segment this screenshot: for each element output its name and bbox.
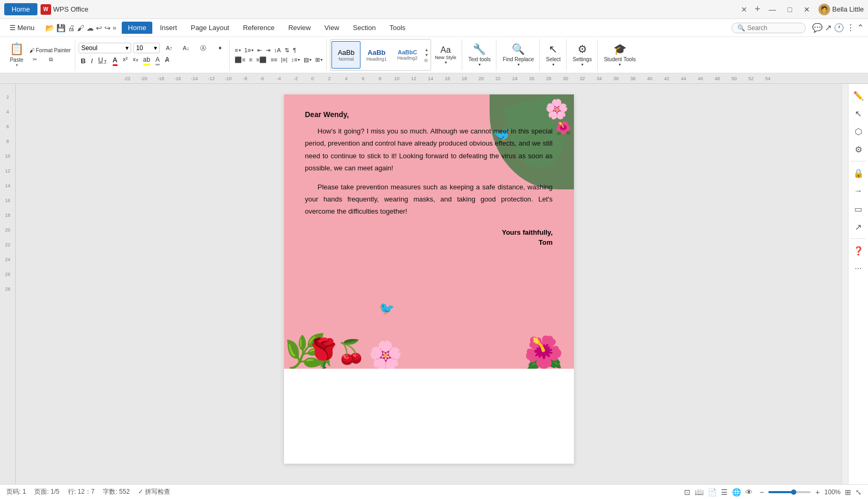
find-replace-button[interactable]: 🔍 Find Replace ▾ [500,40,537,70]
char-shading-button[interactable]: A̷ [163,55,171,67]
number-list-button[interactable]: 1≡▾ [243,46,256,54]
decrease-indent-button[interactable]: ⇤ [256,46,264,54]
bullet-list-button[interactable]: ≡▾ [233,46,242,54]
sidebar-more-icon[interactable]: ··· [851,261,866,276]
paint-icon[interactable]: 🖌 [77,24,84,32]
text-style-button[interactable]: ✦ [212,43,227,53]
undo-button[interactable]: ↩ [96,24,102,32]
increase-indent-button[interactable]: ⇥ [264,46,272,54]
bold-button[interactable]: B [79,55,87,67]
save-icon[interactable]: 💾 [56,24,65,32]
comment-icon[interactable]: 💬 [812,23,823,33]
highlight-button[interactable]: ab [141,55,152,67]
user-profile[interactable]: 🧑 Bella Little [818,4,864,15]
tab-reference[interactable]: Reference [237,22,281,34]
sidebar-lock-icon[interactable]: 🔒 [851,166,866,180]
grow-font-button[interactable]: A↑ [162,43,177,53]
more-options-icon[interactable]: ⋮ [846,23,855,33]
style-normal[interactable]: AaBb Normal [331,41,360,69]
print-icon[interactable]: 🖨 [67,24,75,32]
underline-button[interactable]: U▾ [96,55,109,67]
sidebar-frame-icon[interactable]: ▭ [851,201,866,216]
align-left-button[interactable]: ⬛≡ [233,56,247,64]
sidebar-select-icon[interactable]: ↖ [851,106,866,121]
layout-page-icon[interactable]: ⊡ [684,488,690,496]
tab-view[interactable]: View [318,22,346,34]
shading-button[interactable]: ▤▾ [302,56,313,64]
sidebar-shapes-icon[interactable]: ⬡ [851,124,866,139]
menu-button[interactable]: ☰ Menu [4,22,40,34]
content-area[interactable]: 🌸 🌺 🐦 Dear Wendy, How's it going? I miss… [16,84,842,484]
student-tools-arrow[interactable]: ▾ [619,62,621,67]
gallery-scroll-up[interactable]: ▲ [424,47,428,52]
font-color-button[interactable]: A [111,55,120,67]
tab-home[interactable]: Home [122,22,153,34]
more-button[interactable]: » [113,24,116,32]
window-minimize-button[interactable]: — [765,4,781,15]
borders-button[interactable]: ⊞▾ [314,56,324,64]
select-arrow[interactable]: ▾ [552,62,554,67]
fullscreen-button[interactable]: ⤡ [855,488,862,496]
settings-button[interactable]: ⚙ Settings ▾ [570,40,595,70]
home-tab-button[interactable]: Home [4,3,37,15]
shrink-font-button[interactable]: A↓ [179,43,193,53]
read-mode-icon[interactable]: 👁 [745,488,753,496]
vertical-scrollbar[interactable] [842,84,848,484]
letter-content[interactable]: Dear Wendy, How's it going? I miss you s… [305,110,553,246]
settings-arrow[interactable]: ▾ [581,62,583,67]
new-tab-button[interactable]: + [750,3,765,16]
gallery-scroll-down[interactable]: ▼ [424,53,428,57]
fit-page-button[interactable]: ⊞ [845,488,851,496]
style-heading2[interactable]: AaBbC Heading2 [393,41,423,69]
text-tools-arrow[interactable]: ▾ [479,62,481,67]
tab-section[interactable]: Section [347,22,382,34]
justify-button[interactable]: ≡≡ [269,56,279,63]
zoom-slider-thumb[interactable] [791,490,796,495]
clear-format-button[interactable]: Ⓐ [196,43,210,53]
spell-check-status[interactable]: ✓ 拼写检查 [138,487,170,496]
open-icon[interactable]: 📂 [45,24,54,32]
cut-button[interactable]: ✂ [27,55,42,64]
new-style-dropdown-arrow[interactable]: ▾ [445,60,447,65]
new-style-button[interactable]: Aa New Style ▾ [432,40,460,70]
redo-button[interactable]: ↪ [104,24,111,32]
history-icon[interactable]: 🕐 [834,23,844,33]
sidebar-export-icon[interactable]: ↗ [851,219,866,234]
subscript-button[interactable]: x₂ [131,55,140,67]
layout-outline-icon[interactable]: ☰ [721,488,728,496]
font-size-dropdown[interactable]: 10 ▾ [133,43,160,53]
show-para-button[interactable]: ¶ [291,46,298,54]
copy-button[interactable]: ⧉ [43,55,58,64]
paste-button[interactable]: 📋 Paste ▾ [6,40,27,70]
zoom-plus-button[interactable]: + [813,487,822,497]
italic-button[interactable]: I [89,55,95,67]
zoom-minus-button[interactable]: − [757,487,766,497]
font-name-dropdown[interactable]: Seoul ▾ [79,43,131,53]
gallery-expand[interactable]: ⊟ [424,58,428,63]
sort-button[interactable]: ↕A [272,46,282,54]
sidebar-pen-icon[interactable]: ✏️ [851,88,866,103]
collapse-ribbon-icon[interactable]: ⌃ [857,23,864,33]
tab-review[interactable]: Review [282,22,317,34]
format-painter-button[interactable]: 🖌 Format Painter [27,46,73,54]
zoom-slider[interactable] [768,491,811,493]
search-input[interactable] [747,24,800,32]
select-button[interactable]: ↖ Select ▾ [543,40,564,70]
line-spacing-button[interactable]: ↕≡▾ [289,56,301,63]
cloud-icon[interactable]: ☁ [86,24,94,32]
tab-close-button[interactable]: ✕ [738,4,750,15]
text-tools-button[interactable]: 🔧 Text tools ▾ [465,40,494,70]
sidebar-adjust-icon[interactable]: ⚙ [851,142,866,157]
sidebar-help-icon[interactable]: ❓ [851,243,866,258]
sidebar-arrow-icon[interactable]: → [851,184,866,198]
align-right-button[interactable]: ≡⬛ [255,56,268,64]
align-center-button[interactable]: ≡ [248,56,254,63]
tab-page-layout[interactable]: Page Layout [184,22,236,34]
window-maximize-button[interactable]: □ [784,4,796,15]
superscript-button[interactable]: x² [121,55,130,67]
web-view-icon[interactable]: 🌐 [732,488,741,496]
find-replace-arrow[interactable]: ▾ [518,62,520,67]
style-heading1[interactable]: AaBb Heading1 [362,41,392,69]
text-effect-button[interactable]: A [153,55,162,67]
tab-tools[interactable]: Tools [383,22,412,34]
